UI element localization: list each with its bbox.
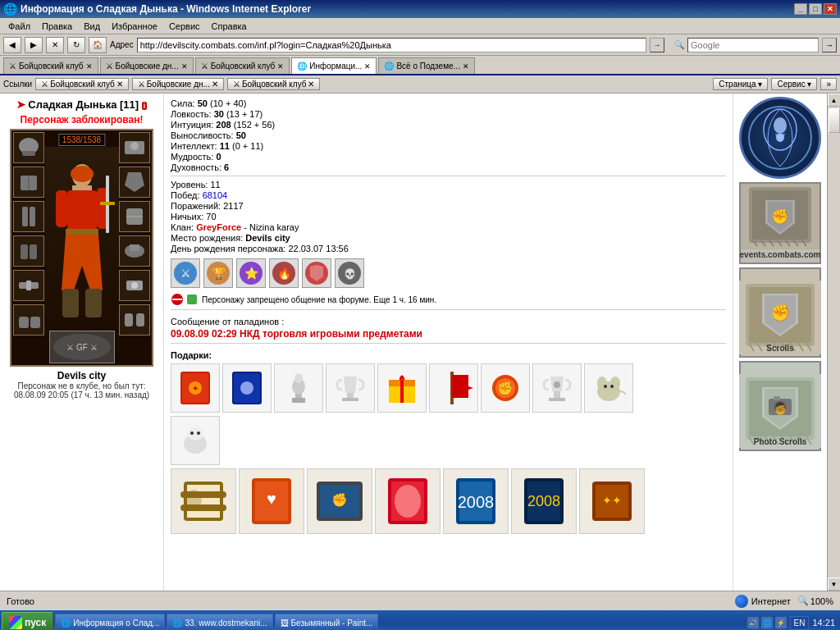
page-button[interactable]: Страница ▾ [713, 78, 768, 90]
val-strength: 50 [198, 98, 208, 108]
tab-4[interactable]: 🌐 Всё о Подземе... ✕ [378, 57, 475, 74]
faction-logo[interactable] [739, 97, 821, 179]
menu-file[interactable]: Файл [3, 21, 35, 32]
center-panel: Сила: 50 (10 + 40) Ловкость: 30 (13 + 17… [164, 94, 733, 591]
taskbar-web-button[interactable]: 🌐 33. www.dostmekani... [167, 614, 272, 630]
scroll-0[interactable] [171, 468, 236, 534]
tab-1[interactable]: ⚔ Бойцовские дн... ✕ [100, 57, 194, 74]
scroll-2[interactable]: ✊ [307, 468, 372, 534]
taskbar-paint-button[interactable]: 🖼 Безымянный - Paint... [275, 614, 379, 630]
scroll-1[interactable]: ♥ [239, 468, 304, 534]
link-0[interactable]: ⚔ Бойцовский клуб ✕ [35, 78, 129, 90]
menu-service[interactable]: Сервис [164, 21, 205, 32]
menu-view[interactable]: Вид [79, 21, 105, 32]
slot-rlegs[interactable] [119, 201, 150, 232]
gift-1[interactable] [222, 363, 272, 413]
slot-legs[interactable] [13, 201, 44, 232]
extra-button[interactable]: » [820, 78, 837, 90]
achievement-4[interactable] [302, 258, 331, 288]
maximize-button[interactable]: □ [809, 3, 822, 15]
search-go-button[interactable]: → [822, 38, 837, 52]
close-button[interactable]: ✕ [824, 3, 837, 15]
slot-chest[interactable] [13, 167, 44, 198]
slot-rbelt[interactable] [119, 270, 150, 301]
stop-button[interactable]: ✕ [46, 37, 64, 53]
gift-9[interactable] [171, 416, 220, 465]
link-1-label: Бойцовские дн... [147, 80, 210, 89]
link-2[interactable]: ⚔ Бойцовский клуб ✕ [227, 78, 321, 90]
slot-boots[interactable] [13, 235, 44, 267]
tab-1-close[interactable]: ✕ [181, 62, 188, 71]
service-button[interactable]: Сервис ▾ [771, 78, 817, 90]
svg-text:✊: ✊ [774, 404, 787, 416]
svg-rect-14 [67, 190, 97, 231]
forward-button[interactable]: ▶ [25, 37, 43, 53]
slot-rgloves[interactable] [119, 304, 150, 336]
photo-scrolls-banner[interactable]: ✊ Photo Scrolls [739, 361, 821, 451]
stat-endurance: Выносливость: 50 [171, 130, 726, 140]
scroll-down-button[interactable]: ▼ [828, 578, 841, 591]
taskbar-ie-button[interactable]: 🌐 Информация о Слад... [55, 614, 165, 630]
refresh-button[interactable]: ↻ [67, 37, 85, 53]
search-input[interactable] [687, 38, 819, 52]
slot-rhelmet[interactable] [119, 132, 150, 163]
gift-8[interactable] [584, 363, 633, 413]
tab-3[interactable]: 🌐 Информаци... ✕ [291, 57, 377, 74]
achievement-3[interactable]: 🔥 [269, 258, 299, 288]
address-input[interactable] [137, 38, 646, 52]
back-button[interactable]: ◀ [3, 37, 21, 53]
gift-3[interactable] [326, 363, 375, 413]
achievement-0[interactable]: ⚔ [171, 258, 200, 288]
stat-agility: Ловкость: 30 (13 + 17) [171, 109, 726, 119]
slot-rchest[interactable] [119, 167, 150, 198]
go-button[interactable]: → [650, 38, 664, 52]
tab-3-close[interactable]: ✕ [364, 62, 371, 71]
link-0-close[interactable]: ✕ [116, 80, 123, 89]
tab-2[interactable]: ⚔ Бойцовский клуб ✕ [195, 57, 290, 74]
home-button[interactable]: 🏠 [89, 37, 107, 53]
gift-5[interactable] [429, 363, 478, 413]
scroll-6[interactable]: ✦✦ [579, 468, 645, 534]
achievement-2[interactable]: ⭐ [236, 258, 266, 288]
gift-0[interactable]: ✦ [171, 363, 220, 413]
address-label: Адрес [110, 40, 134, 49]
gifts-separator [171, 343, 726, 344]
tabs-bar: ⚔ Бойцовский клуб ✕ ⚔ Бойцовские дн... ✕… [0, 56, 840, 75]
events-banner[interactable]: ✊ events.combats.com [739, 182, 821, 264]
scrolls-banner[interactable]: ✊ Scrolls [739, 267, 821, 358]
tab-0-close[interactable]: ✕ [86, 62, 93, 71]
slot-helmet[interactable] [13, 132, 44, 163]
gift-2[interactable] [274, 363, 323, 413]
gift-7[interactable] [532, 363, 582, 413]
val-clan[interactable]: GreyForce [196, 222, 241, 232]
language-indicator[interactable]: EN [790, 616, 810, 630]
link-2-close[interactable]: ✕ [308, 80, 314, 89]
menu-help[interactable]: Справка [207, 21, 252, 32]
tab-2-close[interactable]: ✕ [277, 62, 284, 71]
val-draws: 70 [206, 212, 216, 221]
achievement-1[interactable]: 🏆 [203, 258, 233, 288]
link-1[interactable]: ⚔ Бойцовские дн... ✕ [132, 78, 224, 90]
scroll-5[interactable]: 2008 [511, 468, 577, 534]
slot-gloves[interactable] [13, 304, 44, 336]
scroll-4[interactable]: 2008 [443, 468, 509, 534]
menu-favorites[interactable]: Избранное [107, 21, 162, 32]
gift-6[interactable]: ✊ [481, 363, 530, 413]
scroll-3[interactable] [375, 468, 441, 534]
scroll-up-button[interactable]: ▲ [828, 94, 841, 107]
menu-edit[interactable]: Правка [37, 21, 77, 32]
svg-rect-87 [180, 491, 226, 498]
scrollbar[interactable]: ▲ ▼ [827, 94, 840, 591]
scroll-thumb[interactable] [829, 108, 840, 133]
achievement-5[interactable]: 💀 [335, 258, 364, 288]
slot-rboots[interactable] [119, 235, 150, 267]
slot-belt[interactable] [13, 270, 44, 301]
link-0-icon: ⚔ [41, 80, 48, 89]
tab-0[interactable]: ⚔ Бойцовский клуб ✕ [3, 57, 98, 74]
tab-4-close[interactable]: ✕ [463, 62, 469, 71]
start-button[interactable]: пуск [2, 612, 53, 630]
taskbar-right: 🔊 🌐 ⚡ EN 14:21 [744, 616, 838, 630]
minimize-button[interactable]: _ [794, 3, 807, 15]
gift-4[interactable] [377, 363, 427, 413]
link-1-close[interactable]: ✕ [212, 80, 218, 89]
